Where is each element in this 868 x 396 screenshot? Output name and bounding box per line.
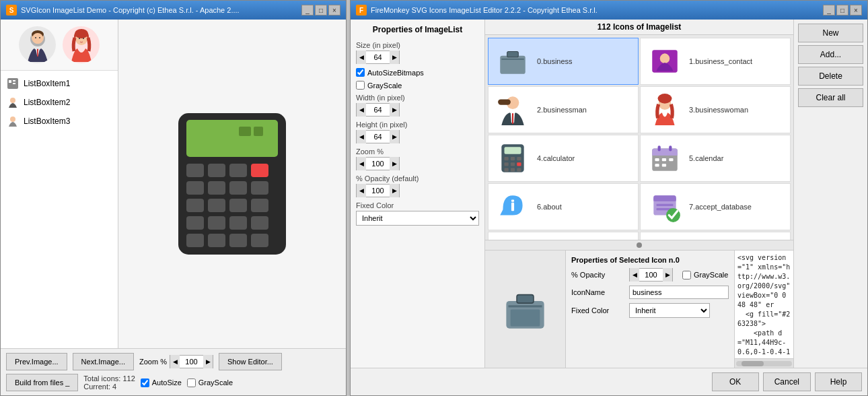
svg-rect-67 bbox=[669, 145, 672, 151]
icon-cell-8[interactable]: 8.add_column bbox=[488, 232, 639, 240]
properties-panel: Properties of ImageList Size (in pixel) … bbox=[351, 20, 485, 368]
right-close-btn[interactable]: × bbox=[850, 5, 862, 15]
maximize-btn[interactable]: □ bbox=[315, 5, 327, 15]
opacity-selected-decrement[interactable]: ◀ bbox=[630, 268, 639, 282]
size-decrement[interactable]: ◀ bbox=[357, 51, 366, 64]
width-increment[interactable]: ▶ bbox=[390, 103, 399, 117]
fixed-color-label: Fixed Color bbox=[356, 201, 479, 209]
svg-rect-77 bbox=[653, 199, 676, 201]
grayscale-selected-checkbox[interactable] bbox=[682, 271, 691, 279]
icon-thumb-4 bbox=[494, 139, 532, 177]
svg-rect-34 bbox=[208, 216, 225, 230]
opacity-selected-increment[interactable]: ▶ bbox=[663, 268, 672, 282]
grayscale-selected-label[interactable]: GrayScale bbox=[682, 271, 728, 279]
help-btn[interactable]: Help bbox=[815, 372, 862, 391]
fixed-color-dropdown[interactable]: Inherit None Custom... bbox=[356, 211, 479, 226]
svg-rect-25 bbox=[186, 181, 204, 195]
new-btn[interactable]: New bbox=[798, 24, 863, 42]
grayscale-label: GrayScale bbox=[198, 378, 233, 387]
icon-cell-1[interactable]: 1.business_contact bbox=[640, 38, 791, 85]
opacity-value[interactable] bbox=[366, 187, 390, 195]
width-decrement[interactable]: ◀ bbox=[357, 103, 366, 117]
autosize-bitmaps-checkbox[interactable] bbox=[356, 68, 365, 77]
zoom-decrement[interactable]: ◀ bbox=[170, 355, 180, 368]
icon-thumb-1 bbox=[646, 42, 684, 80]
add-btn[interactable]: Add... bbox=[798, 45, 863, 64]
icon-name-3: 3.businesswoman bbox=[689, 106, 748, 114]
delete-btn[interactable]: Delete bbox=[798, 67, 863, 86]
grayscale-checkbox-label[interactable]: GrayScale bbox=[187, 378, 233, 387]
svg-rect-62 bbox=[517, 168, 521, 172]
icon-cell-9[interactable]: 9.add_database bbox=[640, 232, 791, 240]
titlebar-controls[interactable]: _ □ × bbox=[301, 5, 340, 15]
left-titlebar: S SVGIcon ImageList Demo - Copyright (c)… bbox=[1, 1, 346, 20]
cancel-btn[interactable]: Cancel bbox=[763, 372, 811, 391]
bottom-row2: Build from files _ Total icons: 112 Curr… bbox=[6, 374, 340, 391]
right-minimize-btn[interactable]: _ bbox=[823, 5, 835, 15]
svg-rect-28 bbox=[251, 181, 268, 195]
zoom-value[interactable] bbox=[180, 358, 203, 366]
svg-point-16 bbox=[10, 117, 15, 122]
scrollbar-thumb bbox=[742, 361, 764, 366]
svg-point-9 bbox=[79, 38, 80, 39]
zoom-pct-value[interactable] bbox=[366, 160, 390, 168]
height-decrement[interactable]: ◀ bbox=[357, 130, 366, 143]
calculator-image bbox=[172, 106, 293, 261]
icon-cell-5[interactable]: 5.calendar bbox=[640, 135, 791, 182]
list-item[interactable]: ListBoxItem1 bbox=[1, 74, 118, 93]
svg-rect-30 bbox=[208, 199, 225, 212]
current-label: Current: 4 bbox=[83, 383, 135, 391]
size-increment[interactable]: ▶ bbox=[390, 51, 399, 64]
minimize-btn[interactable]: _ bbox=[301, 5, 314, 15]
list-item-icon-2 bbox=[6, 114, 20, 128]
scrollbar-track bbox=[736, 361, 792, 366]
icon-cell-6[interactable]: 6.about bbox=[488, 183, 639, 230]
icon-cell-4[interactable]: 4.calculator bbox=[488, 135, 639, 182]
zoom-pct-increment[interactable]: ▶ bbox=[390, 157, 399, 170]
list-item[interactable]: ListBoxItem3 bbox=[1, 112, 118, 131]
prev-image-btn[interactable]: Prev.Image... bbox=[6, 353, 67, 370]
height-value[interactable] bbox=[366, 133, 390, 141]
opacity-decrement[interactable]: ◀ bbox=[357, 184, 366, 197]
width-value[interactable] bbox=[366, 106, 390, 114]
dialog-buttons: OK Cancel Help bbox=[351, 368, 867, 395]
icon-cell-7[interactable]: 7.accept_database bbox=[640, 183, 791, 230]
icon-cell-3[interactable]: 3.businesswoman bbox=[640, 86, 791, 133]
svg-rect-39 bbox=[229, 234, 247, 247]
list-item[interactable]: ListBoxItem2 bbox=[1, 93, 118, 112]
zoom-pct-decrement[interactable]: ◀ bbox=[357, 157, 366, 170]
close-btn[interactable]: × bbox=[328, 5, 340, 15]
grayscale-chk[interactable] bbox=[356, 81, 365, 90]
width-label: Width (in pixel) bbox=[356, 94, 479, 102]
opacity-selected-value[interactable] bbox=[639, 271, 663, 279]
right-titlebar-controls[interactable]: _ □ × bbox=[823, 5, 862, 15]
opacity-increment[interactable]: ▶ bbox=[390, 184, 399, 197]
height-increment[interactable]: ▶ bbox=[390, 130, 399, 143]
ok-btn[interactable]: OK bbox=[712, 372, 759, 391]
show-editor-btn[interactable]: Show Editor... bbox=[219, 353, 282, 370]
size-value[interactable] bbox=[366, 53, 390, 61]
autosize-checkbox-label[interactable]: AutoSize bbox=[141, 378, 182, 387]
clear-all-btn[interactable]: Clear all bbox=[798, 88, 863, 107]
icon-thumb-7 bbox=[646, 188, 684, 226]
opacity-selected-label: % Opacity bbox=[571, 271, 625, 279]
autosize-checkbox[interactable] bbox=[141, 378, 149, 387]
icon-name-input[interactable] bbox=[629, 286, 729, 299]
svg-rect-54 bbox=[505, 157, 509, 160]
svg-content: <svg version="1" xmlns="http://www.w3.or… bbox=[735, 251, 793, 358]
icon-name-4: 4.calculator bbox=[537, 154, 575, 162]
main-display bbox=[118, 20, 346, 348]
grayscale-checkbox[interactable] bbox=[187, 378, 196, 387]
opacity-selected-spinner: ◀ ▶ bbox=[629, 268, 673, 282]
icon-cell-0[interactable]: 0.business bbox=[488, 38, 639, 85]
icons-grid-container[interactable]: 0.business 1.business_contact bbox=[485, 35, 793, 240]
svg-scrollbar-x[interactable] bbox=[735, 358, 793, 368]
list-item-icon-0 bbox=[6, 77, 20, 90]
icon-cell-2[interactable]: 2.businessman bbox=[488, 86, 639, 133]
zoom-increment[interactable]: ▶ bbox=[203, 355, 213, 368]
right-maximize-btn[interactable]: □ bbox=[836, 5, 848, 15]
fixed-color-selected-dropdown[interactable]: Inherit None bbox=[629, 303, 710, 318]
icon-thumb-2 bbox=[494, 91, 532, 129]
build-from-files-btn[interactable]: Build from files _ bbox=[6, 374, 78, 391]
next-image-btn[interactable]: Next.Image... bbox=[73, 353, 134, 370]
